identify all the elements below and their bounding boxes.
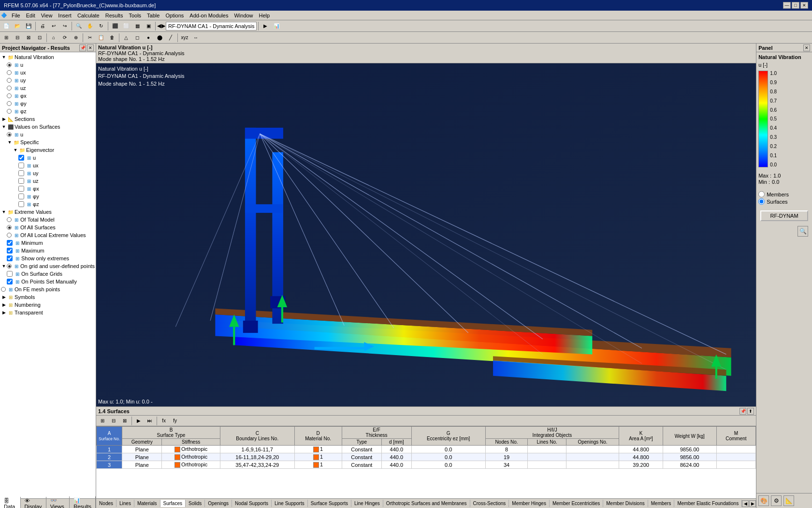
close-button[interactable]: ✕	[800, 2, 808, 9]
btab-nodal-supports[interactable]: Nodal Supports	[232, 500, 272, 507]
nav-close[interactable]: ✕	[87, 45, 94, 51]
panel-color-icon[interactable]: 🎨	[758, 495, 769, 506]
radio-uy[interactable]	[7, 78, 12, 83]
tb-redo[interactable]: ↪	[59, 21, 70, 31]
tb-btn3[interactable]: ▦	[132, 21, 143, 31]
tree-eig-uy[interactable]: ⊞ uy	[1, 169, 95, 177]
table-row[interactable]: 1 Plane Orthotropic 1-6,9,16-11,7 1 Cons…	[97, 446, 756, 453]
cb-eig-uy[interactable]	[18, 170, 24, 176]
tb2-10[interactable]: 🗑	[107, 33, 117, 43]
cb-show-extremes[interactable]	[7, 255, 13, 261]
maximize-button[interactable]: □	[792, 2, 799, 9]
radio-phix[interactable]	[7, 93, 12, 98]
tb-rotate[interactable]: ↻	[96, 21, 106, 31]
tb-undo[interactable]: ↩	[48, 21, 59, 31]
menu-view[interactable]: View	[38, 12, 56, 19]
tb-save[interactable]: 💾	[23, 21, 34, 31]
nav-tab-data[interactable]: 🗄 Data	[0, 497, 21, 508]
radio-total[interactable]	[7, 217, 12, 222]
tb2-13[interactable]: ●	[143, 33, 154, 43]
menu-results[interactable]: Results	[102, 12, 126, 19]
table-tb5[interactable]: ⏭	[145, 416, 155, 426]
btab-member-hinges[interactable]: Member Hinges	[509, 500, 550, 507]
tb-new[interactable]: 📄	[1, 21, 12, 31]
btab-surface-supports[interactable]: Surface Supports	[308, 500, 351, 507]
btab-lines[interactable]: Lines	[116, 500, 134, 507]
tb-pan[interactable]: ✋	[85, 21, 95, 31]
panel-settings-icon[interactable]: ⚙	[771, 495, 782, 506]
table-tb4[interactable]: ▶	[133, 416, 144, 426]
panel-info-icon[interactable]: 📐	[783, 495, 794, 506]
menu-addon[interactable]: Add-on Modules	[187, 12, 231, 19]
analysis-dropdown[interactable]: RF-DYNAM CA1 - Dynamic Analysis	[166, 22, 257, 30]
tree-values-surfaces[interactable]: ▼ ⬛ Values on Surfaces	[1, 123, 95, 131]
tree-local-extreme[interactable]: ⊞ Of All Local Extreme Values	[1, 231, 95, 239]
tree-extreme-values[interactable]: ▼ 📁 Extreme Values	[1, 208, 95, 216]
table-pin[interactable]: 📌	[740, 408, 746, 415]
cb-eig-phiz[interactable]	[18, 201, 24, 207]
radio-grid[interactable]	[7, 264, 12, 269]
menu-tools[interactable]: Tools	[126, 12, 144, 19]
tb-zoom[interactable]: 🔍	[73, 21, 84, 31]
tree-uy[interactable]: ⊞ uy	[1, 76, 95, 84]
tree-surf-u[interactable]: ⊞ u	[1, 131, 95, 138]
menu-window[interactable]: Window	[231, 12, 256, 19]
table-tb2[interactable]: ⊟	[108, 416, 119, 426]
menu-file[interactable]: File	[9, 12, 23, 19]
tree-eig-phiy[interactable]: ⊞ φy	[1, 193, 95, 200]
tree-maximum[interactable]: ⊞ Maximum	[1, 247, 95, 254]
menu-table[interactable]: Table	[144, 12, 162, 19]
btab-member-ecc[interactable]: Member Eccentricities	[550, 500, 603, 507]
cb-eig-phiy[interactable]	[18, 194, 24, 199]
cb-eig-ux[interactable]	[18, 163, 24, 168]
btab-member-elastic[interactable]: Member Elastic Foundations	[674, 500, 742, 507]
tree-ux[interactable]: ⊞ ux	[1, 69, 95, 76]
cb-points-manually[interactable]	[7, 279, 13, 284]
tb2-dim[interactable]: ↔	[190, 33, 201, 43]
minimize-button[interactable]: —	[783, 2, 791, 9]
panel-search-icon[interactable]: 🔍	[798, 226, 808, 237]
tree-show-extremes[interactable]: ⊞ Show only extremes	[1, 254, 95, 262]
table-fy[interactable]: fy	[170, 416, 180, 426]
tree-eigenvector[interactable]: ▼ 📁 Eigenvector	[1, 146, 95, 154]
tree-minimum[interactable]: ⊞ Minimum	[1, 239, 95, 247]
btab-member-div[interactable]: Member Divisions	[603, 500, 648, 507]
btab-line-supports[interactable]: Line Supports	[272, 500, 308, 507]
tree-numbering[interactable]: ▶ ⊞ Numbering	[1, 301, 95, 309]
table-float[interactable]: ⬆	[747, 408, 754, 415]
tb-calc[interactable]: ▶	[260, 21, 271, 31]
tree-all-surfaces[interactable]: ⊞ Of All Surfaces	[1, 224, 95, 231]
menu-calculate[interactable]: Calculate	[74, 12, 102, 19]
tb-btn2[interactable]: ⬜	[121, 21, 131, 31]
tb2-node[interactable]: ⬤	[154, 33, 165, 43]
tb2-4[interactable]: ⊡	[34, 33, 45, 43]
tb-open[interactable]: 📂	[12, 21, 23, 31]
cb-minimum[interactable]	[7, 240, 13, 246]
radio-surf-u[interactable]	[7, 132, 12, 137]
tree-eig-u[interactable]: ⊞ u	[1, 154, 95, 162]
tree-uz[interactable]: ⊞ uz	[1, 84, 95, 92]
radio-phiy[interactable]	[7, 101, 12, 106]
nav-tab-views[interactable]: 👓 Views	[46, 496, 70, 508]
rf-dynam-button[interactable]: RF-DYNAM	[760, 210, 808, 221]
table-row[interactable]: 2 Plane Orthotropic 16-11,18,24-29,20 1 …	[97, 453, 756, 461]
btab-surfaces[interactable]: Surfaces	[160, 500, 186, 507]
btab-nodes[interactable]: Nodes	[96, 500, 116, 507]
tree-eig-phix[interactable]: ⊞ φx	[1, 185, 95, 193]
tb2-5[interactable]: ⌂	[48, 33, 59, 43]
tree-specific[interactable]: ▼ 📁 Specific	[1, 138, 95, 146]
tree-u[interactable]: ⊞ u	[1, 61, 95, 69]
cb-eig-phix[interactable]	[18, 186, 24, 192]
tree-sections[interactable]: ▶ 📐 Sections	[1, 115, 95, 123]
panel-close[interactable]: ✕	[803, 45, 810, 51]
tree-grid-points[interactable]: ▼ ⊞ On grid and user-defined points	[1, 262, 95, 270]
surfaces-radio[interactable]	[758, 198, 765, 205]
members-radio[interactable]	[758, 191, 765, 197]
tb2-1[interactable]: ⊞	[1, 33, 12, 43]
tb-results[interactable]: 📊	[271, 21, 282, 31]
btab-materials[interactable]: Materials	[134, 500, 160, 507]
tree-eig-ux[interactable]: ⊞ ux	[1, 162, 95, 169]
tree-fe-mesh[interactable]: ⊞ On FE mesh points	[1, 285, 95, 293]
btab-members[interactable]: Members	[648, 500, 675, 507]
tb2-12[interactable]: ◻	[132, 33, 143, 43]
